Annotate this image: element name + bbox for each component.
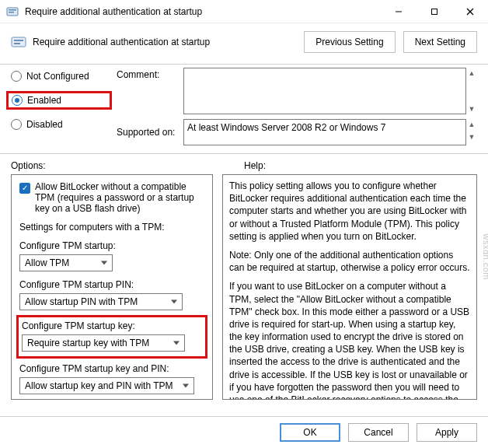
checkmark-icon: ✓ (19, 183, 30, 194)
options-panel: ✓ Allow BitLocker without a compatible T… (11, 174, 213, 400)
svg-rect-4 (432, 9, 437, 14)
next-setting-button[interactable]: Next Setting (403, 31, 477, 53)
divider (0, 64, 488, 65)
close-button[interactable] (452, 0, 488, 23)
chevron-up-icon: ▲ (466, 68, 477, 79)
mid-header: Options: Help: (0, 157, 488, 174)
allow-no-tpm-checkbox[interactable]: ✓ Allow BitLocker without a compatible T… (19, 181, 204, 214)
help-paragraph: If you want to use BitLocker on a comput… (229, 280, 470, 400)
watermark: wsxdn.com (482, 233, 488, 280)
middle-panels: ✓ Allow BitLocker without a compatible T… (0, 174, 488, 404)
help-label: Help: (244, 160, 266, 171)
svg-rect-1 (9, 9, 16, 11)
window-title: Require additional authentication at sta… (25, 6, 381, 17)
tpm-pin-select[interactable]: Allow startup PIN with TPM (19, 293, 183, 310)
ok-button[interactable]: OK (280, 423, 340, 442)
enabled-label: Enabled (27, 95, 61, 106)
tpm-startup-select[interactable]: Allow TPM (19, 254, 113, 271)
chevron-down-icon: ▼ (466, 103, 477, 114)
policy-icon (6, 5, 19, 18)
tpm-keypin-label: Configure TPM startup key and PIN: (19, 363, 204, 374)
settings-with-tpm-label: Settings for computers with a TPM: (19, 222, 204, 233)
tpm-key-label: Configure TPM startup key: (22, 320, 200, 331)
supported-on-field (183, 119, 466, 145)
minimize-button[interactable] (381, 0, 417, 23)
svg-rect-2 (9, 12, 14, 13)
help-panel: This policy setting allows you to config… (222, 174, 477, 400)
chevron-down-icon: ▼ (466, 131, 477, 142)
comment-label: Comment: (117, 68, 179, 80)
header: Require additional authentication at sta… (0, 23, 488, 61)
policy-title-text: Require additional authentication at sta… (33, 37, 210, 47)
radio-icon (11, 119, 22, 130)
svg-rect-8 (14, 40, 23, 41)
options-label: Options: (11, 160, 244, 171)
policy-icon (11, 34, 26, 50)
previous-setting-button[interactable]: Previous Setting (304, 31, 395, 53)
allow-no-tpm-label: Allow BitLocker without a compatible TPM… (35, 181, 204, 214)
tpm-pin-value: Allow startup PIN with TPM (25, 296, 138, 307)
enabled-radio[interactable]: Enabled (6, 91, 112, 110)
tpm-key-highlight: Configure TPM startup key: Require start… (16, 315, 207, 359)
divider (0, 153, 488, 154)
comment-scrollbar: ▲ ▼ (466, 68, 477, 114)
disabled-label: Disabled (26, 119, 63, 130)
maximize-button[interactable] (417, 0, 452, 23)
top-settings: Not Configured Enabled Disabled Comment:… (0, 68, 488, 150)
tpm-keypin-select[interactable]: Allow startup key and PIN with TPM (19, 377, 194, 394)
footer: OK Cancel Apply (0, 416, 488, 448)
radio-icon (11, 71, 22, 82)
cancel-button[interactable]: Cancel (348, 423, 409, 442)
comment-textarea[interactable] (183, 68, 466, 114)
apply-button[interactable]: Apply (417, 423, 477, 442)
radio-icon (12, 95, 23, 106)
tpm-keypin-value: Allow startup key and PIN with TPM (25, 380, 173, 391)
tpm-startup-value: Allow TPM (25, 257, 69, 268)
window-controls (381, 0, 488, 23)
titlebar: Require additional authentication at sta… (0, 0, 488, 23)
tpm-key-value: Require startup key with TPM (27, 338, 149, 348)
supported-label: Supported on: (117, 127, 179, 138)
help-paragraph: This policy setting allows you to config… (229, 180, 470, 243)
tpm-startup-label: Configure TPM startup: (19, 240, 204, 251)
not-configured-label: Not Configured (26, 71, 89, 82)
disabled-radio[interactable]: Disabled (11, 119, 112, 130)
svg-rect-9 (14, 43, 20, 44)
svg-rect-7 (12, 37, 26, 47)
supported-scrollbar: ▲ ▼ (466, 119, 477, 145)
not-configured-radio[interactable]: Not Configured (11, 71, 112, 82)
chevron-up-icon: ▲ (466, 119, 477, 130)
help-paragraph: Note: Only one of the additional authent… (229, 249, 470, 274)
tpm-key-select[interactable]: Require startup key with TPM (22, 334, 185, 352)
tpm-pin-label: Configure TPM startup PIN: (19, 279, 204, 290)
